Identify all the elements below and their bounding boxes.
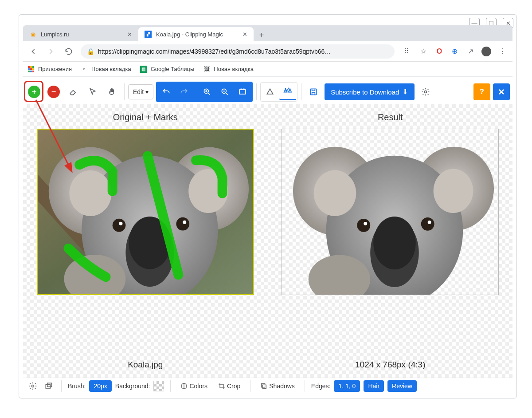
svg-rect-8 [32, 71, 34, 72]
opera-icon[interactable]: O [434, 47, 444, 56]
svg-point-38 [373, 217, 416, 269]
svg-point-41 [364, 222, 367, 225]
brush-label: Brush: [68, 383, 86, 390]
svg-rect-2 [32, 66, 34, 68]
bookmarks-bar: Приложения ▫ Новая вкладка ▦ Google Табл… [23, 62, 512, 77]
eraser-tool-button[interactable] [65, 83, 82, 100]
original-image[interactable] [37, 129, 254, 295]
pointer-tool-button[interactable] [84, 83, 101, 100]
translate-icon[interactable]: ⠿ [401, 46, 412, 57]
undo-button[interactable] [158, 83, 175, 100]
photo-icon: 🖼 [203, 66, 210, 73]
svg-rect-5 [32, 68, 34, 70]
bookmark-label: Приложения [38, 66, 72, 72]
bookmark-label: Google Таблицы [151, 66, 195, 72]
svg-point-18 [69, 170, 111, 216]
redo-icon [180, 87, 188, 96]
back-button[interactable] [27, 46, 39, 57]
gear-icon [421, 87, 430, 96]
bookmark-newtab-1[interactable]: ▫ Новая вкладка [81, 66, 131, 73]
globe-icon[interactable]: ⊕ [450, 47, 459, 56]
bulk-button[interactable] [43, 380, 55, 392]
zoom-out-button[interactable] [216, 83, 233, 100]
help-label: ? [480, 88, 484, 96]
svg-rect-4 [30, 68, 32, 70]
prefs-button[interactable] [27, 380, 39, 392]
split-view-icon [283, 87, 292, 96]
zoom-out-icon [220, 87, 229, 96]
address-bar[interactable]: 🔒 https://clippingmagic.com/images/43998… [81, 44, 395, 59]
close-editor-button[interactable] [493, 83, 510, 100]
favicon-lumpics: ◉ [29, 31, 36, 38]
shadows-button[interactable]: Shadows [257, 380, 298, 392]
settings-button[interactable] [417, 83, 434, 100]
edit-dropdown[interactable]: Edit ▾ [128, 84, 153, 99]
fit-button[interactable] [234, 83, 251, 100]
result-pane: Result [268, 104, 513, 379]
favicon-clippingmagic: ▞ [145, 31, 152, 38]
result-image[interactable] [282, 129, 499, 295]
split-view-button[interactable] [279, 83, 296, 100]
help-button[interactable]: ? [473, 83, 490, 100]
svg-point-23 [176, 217, 189, 231]
avatar-icon[interactable] [481, 47, 491, 56]
undo-icon [162, 87, 171, 96]
crop-button[interactable]: Crop [215, 380, 244, 392]
tab-close-icon[interactable]: ✕ [243, 31, 247, 38]
brush-size-button[interactable]: 20px [89, 380, 111, 392]
chevron-down-icon: ▾ [145, 88, 149, 95]
redo-button[interactable] [176, 83, 192, 100]
bookmark-sheets[interactable]: ▦ Google Таблицы [140, 66, 195, 73]
star-icon[interactable]: ☆ [418, 46, 429, 57]
svg-point-36 [434, 169, 473, 213]
original-pane: Original + Marks [23, 104, 268, 379]
save-icon [309, 87, 318, 96]
browser-tab-lumpics[interactable]: ◉ Lumpics.ru ✕ [23, 27, 138, 41]
svg-rect-3 [28, 68, 30, 70]
single-view-button[interactable] [262, 83, 278, 100]
save-button[interactable] [305, 83, 322, 100]
hair-button[interactable]: Hair [364, 380, 384, 392]
svg-rect-49 [263, 385, 266, 388]
svg-point-35 [314, 170, 356, 216]
browser-tab-clippingmagic[interactable]: ▞ Koala.jpg - Clipping Magic ✕ [138, 27, 254, 41]
bookmark-label: Новая вкладка [214, 66, 254, 72]
subscribe-button[interactable]: Subscribe to Download ⬇ [325, 83, 415, 100]
nav-bar: 🔒 https://clippingmagic.com/images/43998… [23, 41, 512, 62]
bookmark-apps[interactable]: Приложения [27, 66, 72, 73]
fit-icon [238, 87, 247, 96]
svg-point-22 [112, 219, 125, 232]
share-icon[interactable]: ↗ [465, 46, 476, 57]
svg-rect-0 [28, 66, 30, 68]
svg-point-21 [129, 217, 171, 269]
new-tab-button[interactable]: + [255, 29, 268, 41]
edges-value-button[interactable]: 1, 1, 0 [334, 380, 360, 392]
svg-point-24 [119, 222, 122, 225]
colors-button[interactable]: Colors [177, 380, 211, 392]
keep-tool-button[interactable]: + [26, 83, 43, 100]
pan-tool-button[interactable] [104, 83, 121, 100]
reload-button[interactable] [63, 46, 74, 57]
background-label: Background: [115, 383, 150, 390]
lock-icon: 🔒 [87, 48, 94, 55]
svg-point-40 [421, 217, 434, 231]
svg-rect-1 [30, 66, 32, 68]
filename-label: Koala.jpg [128, 351, 163, 379]
close-icon [497, 87, 506, 96]
remove-tool-button[interactable]: − [45, 83, 62, 100]
bookmark-newtab-2[interactable]: 🖼 Новая вкладка [203, 66, 254, 73]
dimensions-label: 1024 x 768px (4:3) [355, 351, 425, 379]
tab-bar: ◉ Lumpics.ru ✕ ▞ Koala.jpg - Clipping Ma… [23, 25, 512, 41]
tab-close-icon[interactable]: ✕ [127, 31, 132, 38]
svg-point-42 [428, 221, 431, 224]
svg-rect-7 [30, 71, 32, 72]
forward-button[interactable] [45, 46, 57, 57]
single-view-icon [266, 87, 274, 96]
background-swatch-button[interactable] [153, 381, 164, 391]
menu-icon[interactable]: ⋮ [497, 46, 508, 57]
zoom-in-button[interactable] [199, 83, 215, 100]
review-button[interactable]: Review [387, 380, 417, 392]
svg-rect-11 [239, 90, 245, 94]
minus-icon: − [47, 86, 60, 98]
history-zoom-group [156, 82, 253, 102]
